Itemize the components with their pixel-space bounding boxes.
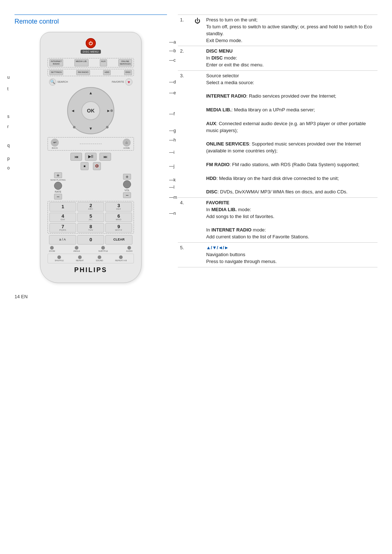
back-button[interactable]: ↩ [51,139,59,147]
media-lib-btn[interactable]: MEDIA LIB. [74,59,89,66]
left-column: Remote control u t s r q p o [15,15,167,299]
nav-down-button[interactable]: ▼ [88,126,94,131]
fm-radio-btn[interactable]: FM RADIO [76,70,90,75]
settings-btn[interactable]: SETTINGS [49,70,63,75]
label-k: —k [169,177,177,183]
sound-button[interactable]: SOUND [96,255,103,262]
next-button[interactable]: ⏭ [99,153,111,161]
source-row: INTERNETRADIO MEDIA LIB. AUX ONLINESERVI… [48,58,134,67]
vol-rate-row: + NOW PLAYING RATE − + VOL − [48,172,134,200]
favorite-label: FAVORITE [112,81,124,83]
stop-button[interactable]: ■ [81,162,89,170]
mute-button[interactable]: 🔇 [93,162,101,170]
subtitle-button[interactable]: SUBTITLE [98,246,108,252]
now-playing-label: NOW PLAYING [50,179,66,181]
search-label: SEARCH [57,81,68,83]
prev-button[interactable]: ⏮ [70,153,82,161]
label-c: —c [169,57,177,63]
stop-row: ■ 🔇 [48,162,134,170]
row-icon [191,243,204,267]
ok-button[interactable]: OK [81,101,100,120]
rate-center-button[interactable] [54,182,62,190]
power-icon: ⏻ [195,18,200,24]
nav-left-button[interactable]: ◄ [70,108,76,114]
vol-minus-button[interactable]: − [123,192,131,198]
angle-button[interactable]: ANGLE [73,246,80,252]
clear-button[interactable]: CLEAR [105,235,132,245]
num-7-button[interactable]: 7 PQRS [49,223,76,233]
favorite-button[interactable]: ♥ [125,78,132,86]
page-title: Remote control [15,15,167,25]
vol-label: VOL [124,189,130,192]
remote-body: DISC MENU INTERNETRADIO MEDIA LIB. AUX O… [40,32,142,283]
play-pause-button[interactable]: ▶II [85,153,97,161]
vol-center-button[interactable] [123,180,131,188]
power-button[interactable] [86,38,96,48]
bottom-num-row: a / A 0 CLEAR [48,235,134,245]
label-h: —h [169,137,177,143]
row-num: 3. [178,70,191,197]
nav-circle: ▲ ▼ ◄ ► OK [67,87,114,134]
num-3-button[interactable]: 3 DEF [105,202,132,212]
disc-btn[interactable]: DISC [124,70,132,75]
row-num: 5. [178,243,191,267]
shuffle-button[interactable]: SHUFFLE [55,255,64,262]
row-icon [191,198,204,243]
table-row: 3. Source selector Select a media source… [178,70,377,197]
row-num: 4. [178,198,191,243]
label-l: —l [169,184,177,190]
online-services-btn[interactable]: ONLINESERVICES [118,59,132,66]
row-num: 2. [178,46,191,71]
hdd-btn[interactable]: HDD [103,70,111,75]
zoom-button[interactable]: ZOOM [49,246,55,252]
label-d: —d [169,79,177,85]
remote-diagram: u t s r q p o DISC MENU [15,32,167,283]
shuffle-row: SHUFFLE REPEAT SOUND REPEAT A-B [48,254,134,263]
remote-top-section: DISC MENU [48,38,134,56]
nav-circle-wrapper: ▲ ▼ ◄ ► OK [48,87,134,134]
home-label: HOME [123,147,130,149]
search-button[interactable]: 🔍 [49,78,56,86]
num-8-button[interactable]: 8 TUV [77,223,104,233]
label-g: —g [169,128,177,134]
num-9-button[interactable]: 9 WXYZ [105,223,132,233]
num-0-button[interactable]: 0 [77,235,105,245]
alpha-toggle-button[interactable]: a / A [49,235,76,245]
rate-plus-button[interactable]: + [54,172,62,178]
label-j: —j [169,163,177,169]
repeat-button[interactable]: REPEAT [76,255,84,262]
num-6-button[interactable]: 6 MNO [105,213,132,222]
footer-text: 14 EN [15,294,28,299]
table-row: 2. DISC MENU In DISC mode: Enter or exit… [178,46,377,71]
num-5-button[interactable]: 5 JKL [77,213,104,222]
internet-radio-btn[interactable]: INTERNETRADIO [49,59,63,66]
num-2-button[interactable]: 2 ABC [77,202,104,212]
back-label: BACK [52,147,58,149]
disc-menu-button[interactable]: DISC MENU [81,50,101,54]
row-desc: Source selector Select a media source: I… [204,70,377,197]
label-f: —f [169,111,177,117]
page: Remote control u t s r q p o [15,15,377,299]
nav-arrows-label: ▲/▼/◄/► [206,245,229,250]
rate-minus-button[interactable]: − [54,194,62,200]
label-a: —a [169,39,177,45]
label-e: —e [169,90,177,96]
row-icon [191,70,204,197]
label-u: u [7,75,10,80]
description-table: 1. ⏻ Press to turn on the unit; To turn … [178,15,377,267]
vol-plus-button[interactable]: + [123,174,131,180]
num-4-button[interactable]: 4 GHI [49,213,76,222]
right-column: 1. ⏻ Press to turn on the unit; To turn … [178,15,377,299]
aux-btn[interactable]: AUX [100,59,107,66]
num-1-button[interactable]: 1 [49,202,76,212]
playback-row: ⏮ ▶II ⏭ [48,153,134,161]
home-button[interactable]: ⌂ [123,139,131,147]
rate-label: RATE [55,190,61,193]
audio-button[interactable]: AUDIO [126,246,132,252]
label-o: o [7,165,10,171]
label-p: p [7,156,10,161]
repeat-ab-button[interactable]: REPEAT A-B [115,255,127,262]
table-row: 4. FAVORITE In MEDIA LIB. mode: Add song… [178,198,377,243]
nav-up-button[interactable]: ▲ [88,90,94,96]
left-labels: u t s r q p o [7,32,10,171]
